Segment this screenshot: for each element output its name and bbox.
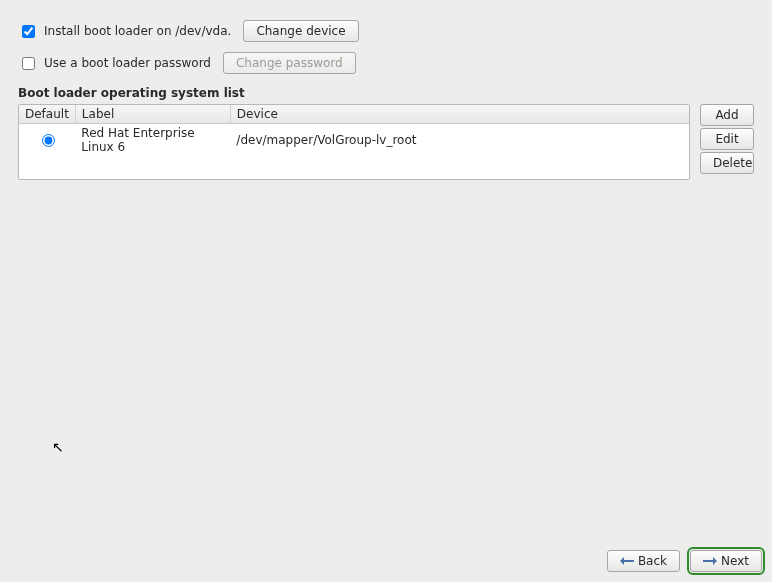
edit-os-button[interactable]: Edit xyxy=(700,128,754,150)
os-default-radio[interactable] xyxy=(42,134,55,147)
col-header-label[interactable]: Label xyxy=(75,105,230,124)
use-password-row: Use a boot loader password Change passwo… xyxy=(18,50,754,76)
back-button[interactable]: Back xyxy=(607,550,680,572)
arrow-left-icon xyxy=(620,556,634,566)
mouse-cursor-icon: ↖ xyxy=(52,440,64,454)
install-bootloader-checkbox[interactable] xyxy=(22,25,35,38)
os-label-cell[interactable]: Red Hat Enterprise Linux 6 xyxy=(75,124,230,157)
os-list-area: Default Label Device Red Hat Enterprise … xyxy=(18,104,754,180)
use-password-label: Use a boot loader password xyxy=(44,56,211,70)
os-list-table[interactable]: Default Label Device Red Hat Enterprise … xyxy=(19,105,689,156)
wizard-nav-bar: Back Next xyxy=(607,550,762,572)
os-list-side-buttons: Add Edit Delete xyxy=(700,104,754,174)
install-bootloader-label: Install boot loader on /dev/vda. xyxy=(44,24,231,38)
next-button[interactable]: Next xyxy=(690,550,762,572)
next-button-label: Next xyxy=(721,554,749,568)
change-password-button: Change password xyxy=(223,52,356,74)
os-list-header-row: Default Label Device xyxy=(19,105,689,124)
change-device-button[interactable]: Change device xyxy=(243,20,358,42)
back-button-label: Back xyxy=(638,554,667,568)
os-list-title: Boot loader operating system list xyxy=(18,86,754,100)
os-default-cell[interactable] xyxy=(19,124,75,157)
os-device-cell[interactable]: /dev/mapper/VolGroup-lv_root xyxy=(230,124,689,157)
arrow-right-icon xyxy=(703,556,717,566)
delete-os-button[interactable]: Delete xyxy=(700,152,754,174)
os-list-table-container: Default Label Device Red Hat Enterprise … xyxy=(18,104,690,180)
col-header-device[interactable]: Device xyxy=(230,105,689,124)
os-list-row[interactable]: Red Hat Enterprise Linux 6 /dev/mapper/V… xyxy=(19,124,689,157)
install-bootloader-row: Install boot loader on /dev/vda. Change … xyxy=(18,18,754,44)
use-password-checkbox[interactable] xyxy=(22,57,35,70)
col-header-default[interactable]: Default xyxy=(19,105,75,124)
add-os-button[interactable]: Add xyxy=(700,104,754,126)
